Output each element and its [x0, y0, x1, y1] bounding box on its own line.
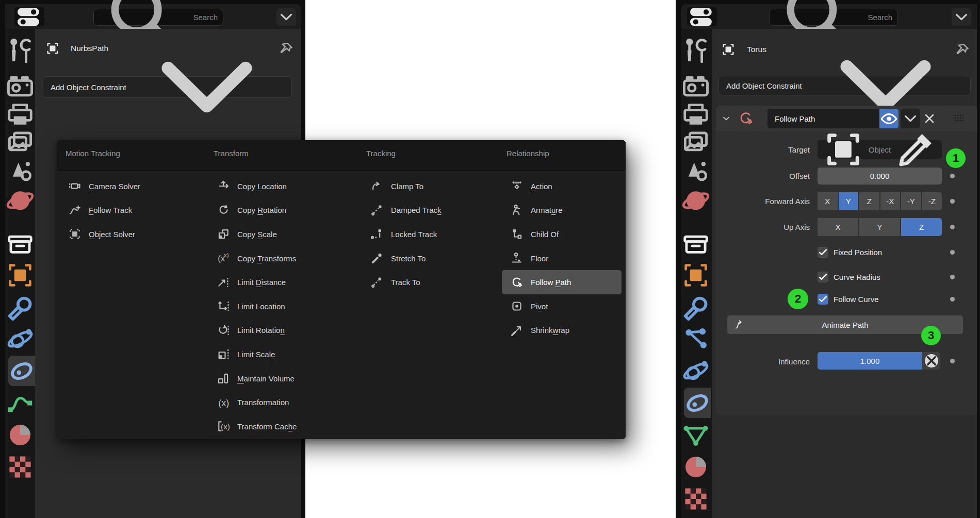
decorator-dot[interactable]	[950, 225, 955, 229]
properties-tab[interactable]	[5, 388, 35, 418]
axis-button[interactable]: -Y	[901, 192, 921, 210]
properties-tab[interactable]	[681, 420, 711, 450]
menu-item[interactable]: Locked Track	[368, 222, 498, 246]
properties-tab[interactable]	[5, 130, 35, 157]
axis-button[interactable]: Y	[859, 218, 900, 236]
axis-button[interactable]: Z	[901, 218, 942, 236]
menu-item[interactable]: Shrinkwrap	[502, 319, 622, 343]
follow-curve-checkbox[interactable]	[818, 294, 828, 305]
properties-tab[interactable]	[681, 356, 711, 386]
properties-tab[interactable]	[681, 228, 711, 258]
expand-chevron-icon[interactable]	[721, 113, 731, 124]
properties-tab[interactable]	[5, 102, 35, 128]
view-layer-icon	[681, 128, 711, 158]
properties-tab[interactable]	[681, 158, 711, 185]
properties-tab[interactable]	[681, 260, 711, 290]
target-object-field[interactable]: Object	[818, 140, 942, 159]
right-properties-editor: Search	[676, 0, 980, 518]
menu-item[interactable]: (x)Transformation	[215, 390, 357, 414]
decorator-dot[interactable]	[950, 359, 955, 363]
properties-tab[interactable]	[684, 388, 711, 418]
constraint-panel-header[interactable]: Follow Path	[716, 106, 977, 131]
menu-item[interactable]: Armature	[502, 198, 622, 223]
properties-tab[interactable]	[5, 452, 35, 482]
menu-item[interactable]: Object Solver	[66, 222, 203, 246]
eyedropper-icon[interactable]	[895, 128, 937, 171]
menu-item[interactable]: Copy Scale	[215, 222, 357, 246]
axis-button[interactable]: Y	[839, 192, 859, 210]
breadcrumb-object-name[interactable]: Torus	[747, 45, 766, 54]
chevron-down-icon	[43, 14, 44, 20]
constraint-extras-dropdown[interactable]	[901, 109, 920, 128]
constraint-name-field[interactable]: Follow Path	[767, 109, 879, 128]
decorator-dot[interactable]	[950, 275, 955, 279]
offset-value-field[interactable]: 0.000	[818, 168, 942, 185]
menu-item[interactable]: Maintain Volume	[215, 366, 357, 391]
menu-item[interactable]: Limit Distance	[215, 270, 357, 294]
properties-tab[interactable]	[5, 38, 35, 65]
axis-button[interactable]: -Z	[922, 192, 942, 210]
copy-transforms-icon: (xx)	[217, 252, 230, 265]
properties-tab[interactable]	[681, 73, 711, 100]
properties-tab[interactable]	[5, 187, 35, 213]
properties-tab[interactable]	[681, 38, 711, 65]
properties-tab[interactable]	[5, 158, 35, 185]
breadcrumb-object-name[interactable]: NurbsPath	[71, 44, 108, 53]
properties-tab[interactable]	[5, 420, 35, 450]
menu-item[interactable]: (x)Transform Cache	[215, 414, 357, 439]
axis-button[interactable]: X	[818, 192, 838, 210]
properties-tab[interactable]	[5, 260, 35, 290]
menu-item[interactable]: Damped Track	[368, 198, 498, 223]
properties-tab[interactable]	[8, 356, 35, 386]
properties-tab[interactable]	[5, 73, 35, 100]
decorator-dot[interactable]	[950, 199, 955, 204]
menu-item[interactable]: Follow Track	[66, 198, 203, 223]
properties-tab[interactable]	[681, 187, 711, 213]
properties-tab[interactable]	[5, 292, 35, 322]
menu-item[interactable]: (xx)Copy Transforms	[215, 246, 357, 271]
influence-slider[interactable]: 1.000	[818, 352, 940, 370]
drag-handle-icon[interactable]	[951, 114, 966, 123]
curve-radius-checkbox[interactable]	[818, 272, 828, 282]
properties-tab[interactable]	[5, 228, 35, 258]
decorator-dot[interactable]	[950, 174, 955, 178]
menu-item[interactable]: Track To	[368, 270, 498, 294]
add-object-constraint-button[interactable]: Add Object Constraint	[43, 76, 292, 98]
decorator-dot[interactable]	[950, 250, 955, 255]
editor-type-button[interactable]	[14, 7, 44, 26]
properties-tab[interactable]	[681, 130, 711, 157]
properties-tab[interactable]	[681, 452, 711, 482]
add-object-constraint-button[interactable]: Add Object Constraint	[718, 76, 971, 95]
up-axis-buttons: XYZ	[818, 218, 942, 236]
fixed-position-checkbox[interactable]	[818, 247, 828, 258]
constraint-visibility-toggle[interactable]	[879, 109, 899, 128]
menu-item[interactable]: Copy Rotation	[215, 198, 357, 223]
decorator-dot[interactable]	[950, 297, 955, 302]
influence-fill[interactable]: 1.000	[818, 352, 922, 370]
axis-button[interactable]: -X	[880, 192, 901, 210]
properties-tab[interactable]	[5, 324, 35, 354]
menu-item[interactable]: Floor	[502, 246, 622, 271]
menu-column-header: Motion Tracking	[66, 149, 120, 158]
axis-button[interactable]: Z	[859, 192, 879, 210]
delete-constraint-button[interactable]	[922, 111, 937, 126]
menu-item[interactable]: Limit Rotation	[215, 319, 357, 343]
menu-item[interactable]: Limit Location	[215, 294, 357, 319]
menu-item[interactable]: Copy Location	[215, 174, 357, 198]
editor-type-button[interactable]	[687, 7, 717, 26]
properties-tab[interactable]	[681, 324, 711, 354]
menu-item[interactable]: Action	[502, 174, 622, 198]
menu-item[interactable]: Pivot	[502, 294, 622, 319]
menu-item[interactable]: Camera Solver	[66, 174, 203, 198]
menu-item[interactable]: Follow Path	[502, 270, 622, 294]
menu-item[interactable]: Stretch To	[368, 246, 498, 271]
collection-icon	[5, 228, 35, 258]
menu-item[interactable]: Limit Scale	[215, 342, 357, 366]
properties-tab[interactable]	[681, 292, 711, 322]
properties-tab[interactable]	[681, 102, 711, 128]
properties-tab[interactable]	[681, 483, 711, 514]
influence-clear-button[interactable]	[922, 352, 940, 370]
menu-item[interactable]: Child Of	[502, 222, 622, 246]
axis-button[interactable]: X	[818, 218, 858, 236]
menu-item[interactable]: Clamp To	[368, 174, 498, 198]
